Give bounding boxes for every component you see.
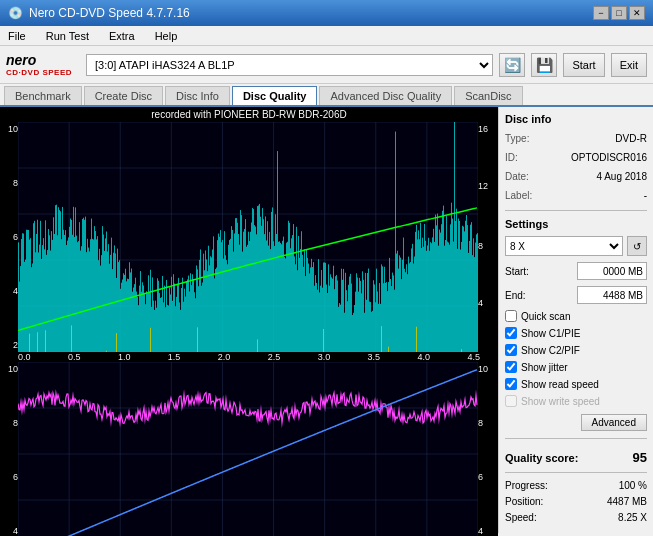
upper-y-right: 16 12 8 4: [478, 122, 498, 352]
show-c2pif-check[interactable]: [505, 344, 517, 356]
show-c1pie-check[interactable]: [505, 327, 517, 339]
progress-val: 100 %: [619, 480, 647, 491]
title-bar-controls: − □ ✕: [593, 6, 645, 20]
end-label: End:: [505, 290, 526, 301]
tab-bar: Benchmark Create Disc Disc Info Disc Qua…: [0, 84, 653, 107]
start-label: Start:: [505, 266, 529, 277]
logo-nero: nero: [6, 52, 36, 68]
position-key: Position:: [505, 496, 543, 507]
show-write-speed-check[interactable]: [505, 395, 517, 407]
upper-chart: 10 8 6 4 2 16 12 8 4: [0, 122, 498, 352]
lower-chart-canvas: [18, 362, 478, 536]
settings-refresh-btn[interactable]: ↺: [627, 236, 647, 256]
upper-y-left: 10 8 6 4 2: [0, 122, 18, 352]
drive-select[interactable]: [3:0] ATAPI iHAS324 A BL1P: [86, 54, 493, 76]
quality-score-label: Quality score:: [505, 452, 578, 464]
app-title: Nero CD-DVD Speed 4.7.7.16: [29, 6, 190, 20]
app-header: nero CD·DVD SPEED [3:0] ATAPI iHAS324 A …: [0, 46, 653, 84]
refresh-button[interactable]: 🔄: [499, 53, 525, 77]
tab-create-disc[interactable]: Create Disc: [84, 86, 163, 105]
menu-help[interactable]: Help: [151, 29, 182, 43]
tab-benchmark[interactable]: Benchmark: [4, 86, 82, 105]
speed-select[interactable]: 8 X 4 X 12 X 16 X: [505, 236, 623, 256]
speed-val: 8.25 X: [618, 512, 647, 523]
title-bar-left: 💿 Nero CD-DVD Speed 4.7.7.16: [8, 6, 190, 20]
exit-button[interactable]: Exit: [611, 53, 647, 77]
quality-score-value: 95: [633, 450, 647, 465]
menu-bar: File Run Test Extra Help: [0, 26, 653, 46]
lower-y-right: 10 8 6 4 2: [478, 362, 498, 536]
save-button[interactable]: 💾: [531, 53, 557, 77]
lower-chart: 10 8 6 4 2 10 8 6 4 2: [0, 362, 498, 536]
right-panel: Disc info Type: DVD-R ID: OPTODISCR016 D…: [498, 107, 653, 533]
minimize-button[interactable]: −: [593, 6, 609, 20]
progress-key: Progress:: [505, 480, 548, 491]
tab-advanced-disc-quality[interactable]: Advanced Disc Quality: [319, 86, 452, 105]
start-mb-input[interactable]: [577, 262, 647, 280]
position-val: 4487 MB: [607, 496, 647, 507]
disc-id: OPTODISCR016: [571, 150, 647, 165]
upper-chart-canvas: [18, 122, 478, 352]
show-c1pie-label: Show C1/PIE: [521, 328, 580, 339]
show-read-speed-check[interactable]: [505, 378, 517, 390]
show-c2pif-label: Show C2/PIF: [521, 345, 580, 356]
quick-scan-check[interactable]: [505, 310, 517, 322]
disc-info-title: Disc info: [505, 113, 647, 125]
menu-extra[interactable]: Extra: [105, 29, 139, 43]
tab-disc-info[interactable]: Disc Info: [165, 86, 230, 105]
logo-sub: CD·DVD SPEED: [6, 68, 72, 77]
upper-x-axis: 0.0 0.5 1.0 1.5 2.0 2.5 3.0 3.5 4.0 4.5: [0, 352, 498, 362]
disc-type: DVD-R: [615, 131, 647, 146]
advanced-button[interactable]: Advanced: [581, 414, 647, 431]
tab-scandisc[interactable]: ScanDisc: [454, 86, 522, 105]
logo: nero CD·DVD SPEED: [6, 52, 72, 77]
show-jitter-label: Show jitter: [521, 362, 568, 373]
tab-disc-quality[interactable]: Disc Quality: [232, 86, 318, 105]
chart-title: recorded with PIONEER BD-RW BDR-206D: [0, 107, 498, 122]
start-button[interactable]: Start: [563, 53, 604, 77]
speed-key: Speed:: [505, 512, 537, 523]
menu-file[interactable]: File: [4, 29, 30, 43]
show-jitter-check[interactable]: [505, 361, 517, 373]
lower-y-left: 10 8 6 4 2: [0, 362, 18, 536]
title-bar: 💿 Nero CD-DVD Speed 4.7.7.16 − □ ✕: [0, 0, 653, 26]
quick-scan-label: Quick scan: [521, 311, 570, 322]
menu-run-test[interactable]: Run Test: [42, 29, 93, 43]
app-icon: 💿: [8, 6, 23, 20]
chart-container: recorded with PIONEER BD-RW BDR-206D 10 …: [0, 107, 498, 533]
settings-title: Settings: [505, 218, 647, 230]
disc-date: 4 Aug 2018: [596, 169, 647, 184]
close-button[interactable]: ✕: [629, 6, 645, 20]
disc-label: -: [644, 188, 647, 203]
end-mb-input[interactable]: [577, 286, 647, 304]
main-content: recorded with PIONEER BD-RW BDR-206D 10 …: [0, 107, 653, 533]
show-read-speed-label: Show read speed: [521, 379, 599, 390]
maximize-button[interactable]: □: [611, 6, 627, 20]
show-write-speed-label: Show write speed: [521, 396, 600, 407]
